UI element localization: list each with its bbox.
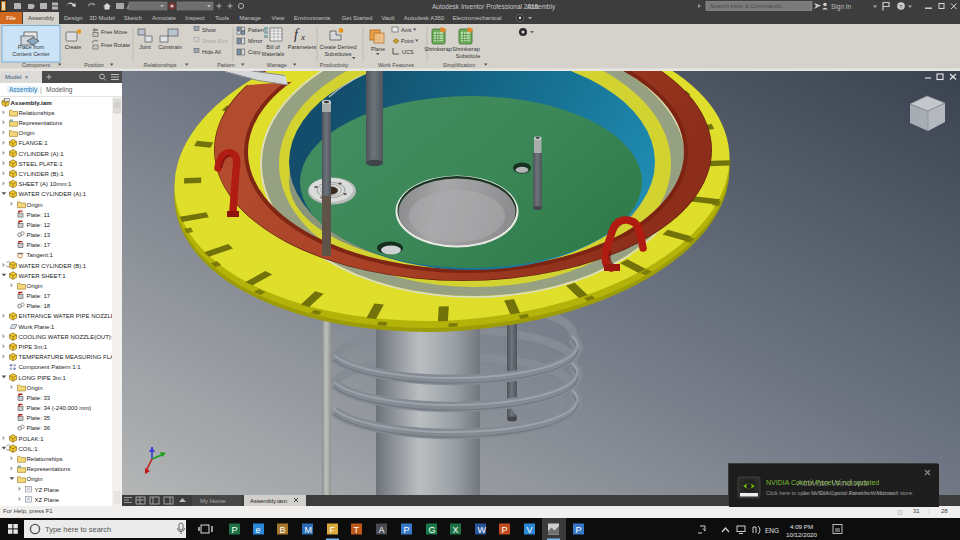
svg-text:Mirror: Mirror bbox=[248, 38, 263, 44]
svg-text:Plate: 34 (-240.000 mm): Plate: 34 (-240.000 mm) bbox=[27, 405, 92, 411]
svg-text:P: P bbox=[575, 525, 581, 535]
svg-text:Origin: Origin bbox=[27, 476, 43, 482]
svg-text:Representations: Representations bbox=[19, 120, 63, 126]
svg-text:Representations: Representations bbox=[27, 466, 71, 472]
svg-text:Relationships: Relationships bbox=[143, 62, 176, 68]
svg-text:Component Pattern 1:1: Component Pattern 1:1 bbox=[19, 364, 82, 370]
svg-text:Position: Position bbox=[84, 62, 104, 68]
svg-text:Assembly: Assembly bbox=[527, 3, 556, 11]
svg-text:Copy: Copy bbox=[248, 49, 261, 55]
svg-text:LONG PIPE 3m:1: LONG PIPE 3m:1 bbox=[19, 375, 67, 381]
svg-text:My Home: My Home bbox=[200, 498, 226, 504]
svg-text:X: X bbox=[452, 525, 458, 535]
svg-text:Go to Settings to activate Win: Go to Settings to activate Windows. bbox=[802, 490, 897, 496]
svg-text:Plate: 35: Plate: 35 bbox=[27, 415, 51, 421]
svg-text:x: x bbox=[300, 32, 305, 42]
svg-text:Shrinkwrap: Shrinkwrap bbox=[452, 46, 480, 52]
svg-text:Origin: Origin bbox=[27, 283, 43, 289]
svg-text:Axis: Axis bbox=[401, 27, 412, 33]
svg-text:Type here to search: Type here to search bbox=[45, 525, 111, 534]
svg-text:Origin: Origin bbox=[19, 130, 35, 136]
svg-text:Create: Create bbox=[65, 44, 82, 50]
svg-text:Plate: 36: Plate: 36 bbox=[27, 425, 51, 431]
svg-text:T: T bbox=[353, 525, 359, 535]
svg-text:M: M bbox=[304, 525, 312, 535]
svg-text:Create Derived: Create Derived bbox=[320, 44, 357, 50]
svg-text:CYLINDER (A):1: CYLINDER (A):1 bbox=[19, 151, 65, 157]
svg-text:Tangent:1: Tangent:1 bbox=[27, 252, 54, 258]
svg-text:ENG: ENG bbox=[765, 527, 779, 534]
svg-text:Show: Show bbox=[202, 27, 216, 33]
svg-text:P: P bbox=[501, 525, 507, 535]
svg-text:WATER CYLINDER (A):1: WATER CYLINDER (A):1 bbox=[19, 191, 87, 197]
svg-text:Sign In: Sign In bbox=[831, 3, 852, 11]
svg-text:Shrinkwrap: Shrinkwrap bbox=[424, 46, 452, 52]
svg-text:Substitute: Substitute bbox=[456, 53, 480, 59]
svg-text:Relationships: Relationships bbox=[27, 456, 63, 462]
svg-text:Plate: 13: Plate: 13 bbox=[27, 232, 51, 238]
svg-text:Substitutes: Substitutes bbox=[324, 51, 351, 57]
svg-text:Plate: 17: Plate: 17 bbox=[27, 293, 51, 299]
svg-text:PIPE 3m:1: PIPE 3m:1 bbox=[19, 344, 48, 350]
svg-text:Origin: Origin bbox=[27, 202, 43, 208]
svg-text:Activate Windows: Activate Windows bbox=[797, 478, 869, 488]
svg-text:Materials: Materials bbox=[262, 51, 285, 57]
svg-text:W: W bbox=[477, 525, 486, 535]
svg-text:Component: Component bbox=[22, 62, 51, 68]
svg-text:Point: Point bbox=[401, 38, 414, 44]
svg-text:Search Help & Commands...: Search Help & Commands... bbox=[710, 3, 786, 9]
svg-text:P: P bbox=[403, 525, 409, 535]
svg-text:e: e bbox=[255, 525, 260, 535]
svg-text:F: F bbox=[329, 525, 335, 535]
svg-text:Place from: Place from bbox=[18, 44, 45, 50]
svg-text:Parameters: Parameters bbox=[288, 44, 317, 50]
svg-text:XZ Plane: XZ Plane bbox=[35, 497, 60, 503]
svg-text:ENTRANCE WATER PIPE NOZZLE:1: ENTRANCE WATER PIPE NOZZLE:1 bbox=[19, 313, 121, 319]
svg-text:Hide All: Hide All bbox=[202, 49, 221, 55]
svg-text:Simplification: Simplification bbox=[443, 62, 475, 68]
svg-text:Plate: 11: Plate: 11 bbox=[27, 212, 51, 218]
svg-text:Relationships: Relationships bbox=[19, 110, 55, 116]
svg-text:Plate: 33: Plate: 33 bbox=[27, 395, 51, 401]
svg-text:Work Plane:1: Work Plane:1 bbox=[19, 324, 56, 330]
svg-text:Work Features: Work Features bbox=[378, 62, 414, 68]
svg-text:Constrain: Constrain bbox=[158, 44, 182, 50]
svg-text:SHEET (A) 10mm:1: SHEET (A) 10mm:1 bbox=[19, 181, 73, 187]
svg-text:A: A bbox=[378, 525, 384, 535]
svg-text:Free Move: Free Move bbox=[101, 29, 127, 35]
svg-text:Pattern: Pattern bbox=[248, 27, 266, 33]
svg-text:COIL:1: COIL:1 bbox=[19, 446, 39, 452]
svg-text:YZ Plane: YZ Plane bbox=[35, 487, 60, 493]
svg-text:TEMPERATURE MEASURING FLANGE:1: TEMPERATURE MEASURING FLANGE:1 bbox=[19, 354, 123, 360]
svg-text:Free Rotate: Free Rotate bbox=[101, 42, 130, 48]
svg-text:STEEL PLATE:1: STEEL PLATE:1 bbox=[19, 161, 64, 167]
svg-text:Manage: Manage bbox=[267, 62, 287, 68]
svg-text:Plate: 18: Plate: 18 bbox=[27, 303, 51, 309]
svg-text:Plane: Plane bbox=[371, 46, 385, 52]
svg-text:UCS: UCS bbox=[402, 49, 414, 55]
svg-text:COOLING WATER NOZZLE(OUT):1: COOLING WATER NOZZLE(OUT):1 bbox=[19, 334, 117, 340]
svg-text:Origin: Origin bbox=[27, 385, 43, 391]
svg-text:Content Center: Content Center bbox=[12, 51, 49, 57]
svg-text:B: B bbox=[279, 525, 285, 535]
svg-text:Productivity: Productivity bbox=[320, 62, 349, 68]
svg-text:Plate: 17: Plate: 17 bbox=[27, 242, 51, 248]
svg-text:Assembly.iam: Assembly.iam bbox=[11, 99, 53, 106]
svg-text:CYLINDER (B):1: CYLINDER (B):1 bbox=[19, 171, 65, 177]
svg-text:4:09 PM: 4:09 PM bbox=[790, 523, 813, 530]
svg-text:10/12/2020: 10/12/2020 bbox=[786, 531, 818, 538]
svg-text:Show Sick: Show Sick bbox=[202, 38, 228, 44]
svg-text:Joint: Joint bbox=[139, 44, 151, 50]
svg-text:POLAK:1: POLAK:1 bbox=[19, 436, 45, 442]
svg-text:Assembly.iam: Assembly.iam bbox=[250, 498, 287, 504]
svg-text:P: P bbox=[231, 525, 237, 535]
svg-text:Bill of: Bill of bbox=[266, 44, 280, 50]
svg-text:Plate: 12: Plate: 12 bbox=[27, 222, 51, 228]
svg-text:Pattern: Pattern bbox=[217, 62, 235, 68]
svg-text:Autodesk Inventor Professional: Autodesk Inventor Professional 2018 bbox=[432, 3, 539, 10]
svg-text:V: V bbox=[526, 525, 532, 535]
svg-text:WATER SHEET:1: WATER SHEET:1 bbox=[19, 273, 67, 279]
svg-text:WATER CYLINDER (B):1: WATER CYLINDER (B):1 bbox=[19, 263, 87, 269]
svg-text:G: G bbox=[428, 525, 435, 535]
svg-text:FLANGE:1: FLANGE:1 bbox=[19, 140, 49, 146]
